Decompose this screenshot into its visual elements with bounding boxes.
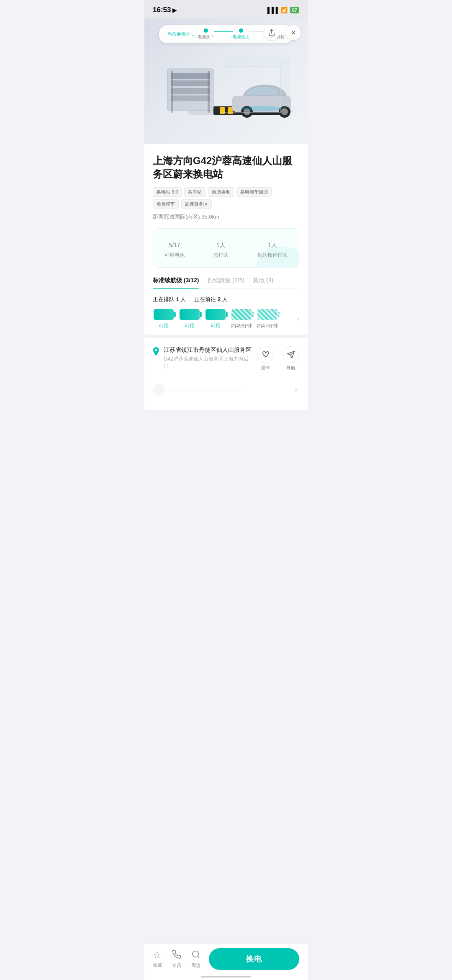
collapsed-info-row[interactable]: ────────────────── — [153, 378, 299, 402]
progress-line-1 — [214, 31, 233, 32]
tag-version: 换电站 3.0 — [153, 187, 182, 197]
wifi-icon: 📶 — [280, 7, 288, 13]
svg-rect-9 — [171, 80, 210, 86]
hero-actions — [264, 25, 301, 40]
navigate-button[interactable]: 导航 — [282, 346, 299, 371]
stat-arrival-queue: 1人 到站预计排队 — [257, 237, 288, 259]
battery-indicator: 67 — [290, 7, 299, 13]
collapsed-hint-left: ────────────────── — [153, 384, 243, 396]
batteries-total: 17 — [174, 242, 180, 248]
love-car-button[interactable]: 爱车 — [257, 346, 274, 371]
stat-queue-total: 1人 总排队 — [213, 237, 229, 259]
location-arrow-icon: ▶ — [172, 7, 177, 13]
station-title: 上海方向G42沪蓉高速仙人山服务区蔚来换电站 — [153, 154, 299, 181]
collapsed-hint-text: ────────────────── — [168, 387, 243, 393]
distance-text: 距离冠城国际(南区) 35.0km — [153, 213, 299, 221]
battery-tabs: 标准续航级 (3/12) 长续航级 (2/5) 其他 (3) — [153, 277, 299, 289]
stat-divider-2 — [243, 240, 243, 256]
progress-title: 当前换电中... — [167, 31, 194, 37]
battery-label-4: 约49分钟 — [231, 322, 252, 330]
tags-row: 换电站 3.0 共享站 自助换电 换电泡车辅助 免费停车 高速服务区 — [153, 187, 299, 209]
location-text-block: 江苏省镇江市丹徒区仙人山服务区 G42沪蓉高速仙人山服务区上海方向后门 — [164, 346, 252, 370]
location-section: 江苏省镇江市丹徒区仙人山服务区 G42沪蓉高速仙人山服务区上海方向后门 爱车 — [153, 338, 299, 378]
love-car-icon — [257, 346, 274, 363]
tab-long-range[interactable]: 长续航级 (2/5) — [207, 277, 244, 289]
stats-card: 5/17 可用电池 1人 总排队 1人 到站预计排队 — [153, 228, 299, 268]
status-time: 16:53 ▶ — [153, 6, 177, 14]
status-icons: ▐▐▐ 📶 67 — [265, 7, 299, 13]
queue-waiting-text: 正在排队 1 人 — [153, 296, 186, 303]
station-illustration — [155, 44, 297, 136]
battery-slots-row: 可用 可用 可用 约49分钟 约47分钟 › — [153, 309, 299, 335]
location-address-sub: G42沪蓉高速仙人山服务区上海方向后门 — [164, 356, 252, 370]
svg-rect-10 — [171, 88, 210, 94]
step-battery-up: 电池换上 — [233, 28, 249, 40]
location-pin-icon — [153, 347, 159, 370]
love-car-label: 爱车 — [261, 365, 270, 371]
navigate-label: 导航 — [286, 365, 295, 371]
svg-rect-13 — [208, 71, 210, 113]
svg-rect-12 — [171, 71, 173, 113]
stat-batteries-number: 5/17 — [164, 237, 185, 250]
battery-visual-2 — [180, 309, 200, 320]
section-divider-1 — [144, 335, 308, 338]
queue-detail: 正在排队 1 人 正在前往 2 人 — [153, 296, 299, 303]
main-content: 上海方向G42沪蓉高速仙人山服务区蔚来换电站 换电站 3.0 共享站 自助换电 … — [144, 144, 308, 410]
step-dot-2 — [239, 28, 243, 33]
tab-other[interactable]: 其他 (3) — [253, 277, 273, 289]
tab-standard-range[interactable]: 标准续航级 (3/12) — [153, 277, 199, 289]
chevron-right-icon — [293, 387, 299, 393]
stat-queue-label: 总排队 — [213, 252, 229, 259]
svg-point-20 — [241, 106, 282, 111]
stat-arrival-number: 1人 — [257, 237, 288, 250]
location-address-main: 江苏省镇江市丹徒区仙人山服务区 — [164, 346, 252, 354]
location-actions: 爱车 导航 — [257, 346, 299, 371]
slots-more-arrow[interactable]: › — [297, 315, 299, 324]
stat-batteries-label: 可用电池 — [164, 252, 185, 259]
battery-label-1: 可用 — [159, 322, 169, 330]
step-dot-1 — [204, 28, 208, 33]
battery-slot-1: 可用 — [153, 309, 175, 330]
queue-heading-text: 正在前往 2 人 — [194, 296, 227, 303]
battery-visual-5 — [257, 309, 277, 320]
hero-area: 当前换电中... 电池换下 电池换上 车辆自检 — [144, 18, 308, 144]
battery-slot-4: 约49分钟 — [231, 309, 252, 330]
tag-highway: 高速服务区 — [181, 199, 212, 209]
batteries-available: 5 — [169, 242, 172, 248]
svg-rect-8 — [171, 73, 210, 79]
tag-shared: 共享站 — [184, 187, 205, 197]
signal-icon: ▐▐▐ — [265, 7, 278, 13]
stat-arrival-label: 到站预计排队 — [257, 252, 288, 259]
battery-label-2: 可用 — [185, 322, 195, 330]
step-battery-down: 电池换下 — [198, 28, 214, 40]
status-bar: 16:53 ▶ ▐▐▐ 📶 67 — [144, 0, 308, 18]
battery-slot-5: 约47分钟 — [257, 309, 278, 330]
time-display: 16:53 — [153, 6, 171, 14]
battery-visual-3 — [205, 309, 226, 320]
battery-slot-2: 可用 — [179, 309, 200, 330]
tag-assist: 换电泡车辅助 — [236, 187, 272, 197]
navigate-icon — [282, 346, 299, 363]
svg-rect-11 — [171, 95, 210, 101]
stat-divider-1 — [199, 240, 199, 256]
battery-slot-3: 可用 — [205, 309, 226, 330]
stat-queue-number: 1人 — [213, 237, 229, 250]
location-left: 江苏省镇江市丹徒区仙人山服务区 G42沪蓉高速仙人山服务区上海方向后门 — [153, 346, 252, 370]
battery-label-5: 约47分钟 — [257, 322, 277, 330]
share-button[interactable] — [264, 25, 279, 40]
stat-batteries: 5/17 可用电池 — [164, 237, 185, 259]
collapsed-hint-icon — [153, 384, 164, 396]
tag-self-swap: 自助换电 — [208, 187, 234, 197]
close-button[interactable] — [286, 25, 301, 40]
battery-visual-4 — [231, 309, 252, 320]
tag-parking: 免费停车 — [153, 199, 179, 209]
battery-visual-1 — [154, 309, 174, 320]
battery-label-3: 可用 — [211, 322, 221, 330]
